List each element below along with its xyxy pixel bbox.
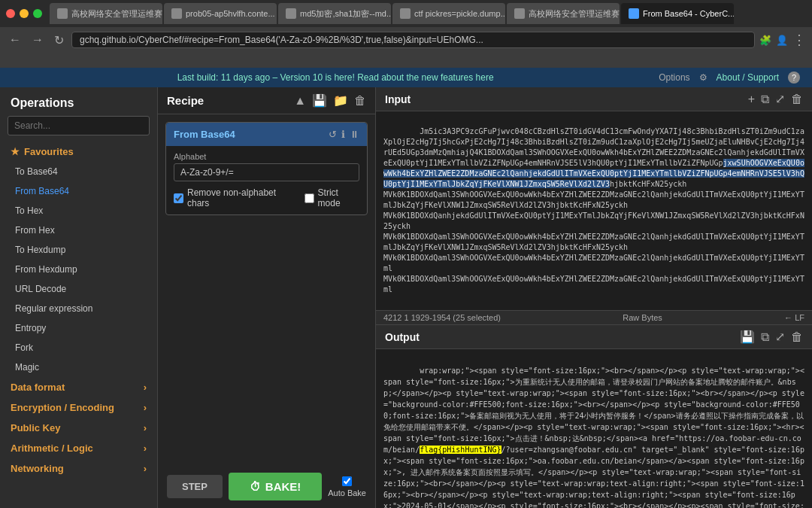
output-save-icon[interactable]: 💾 — [740, 330, 755, 344]
input-panel-header: Input + ⧉ ⤢ 🗑 — [376, 87, 812, 111]
save-recipe-icon[interactable]: 💾 — [312, 93, 327, 108]
sidebar-item-favourites[interactable]: ★ Favourites — [0, 141, 157, 162]
sidebar: Operations ★ Favourites To Base64 From B… — [0, 87, 158, 508]
input-expand-icon[interactable]: ⤢ — [775, 92, 785, 106]
tab-5-label: 高校网络安全管理运维赛 — [529, 8, 620, 20]
input-copy-icon[interactable]: ⧉ — [761, 93, 769, 106]
right-panels: Input + ⧉ ⤢ 🗑 Jm5ic3A3PC9zcGFuPjwvc048cC… — [376, 87, 812, 508]
tab-2-favicon — [171, 8, 182, 19]
tab-1[interactable]: 高校网络安全管理运维赛 × — [50, 3, 162, 24]
output-panel-header: Output 💾 ⧉ ⤢ 🗑 — [376, 325, 812, 349]
back-button[interactable]: ← — [6, 33, 24, 47]
input-add-icon[interactable]: + — [748, 93, 755, 106]
output-panel: Output 💾 ⧉ ⤢ 🗑 wrap:wrap;"><span style="… — [376, 325, 812, 508]
tab-5-favicon — [514, 8, 525, 19]
sidebar-item-to-hex[interactable]: To Hex — [0, 201, 157, 221]
disable-card-icon[interactable]: ↺ — [329, 129, 337, 140]
question-icon: ? — [788, 71, 800, 84]
input-title: Input — [385, 93, 411, 105]
bake-button[interactable]: ⏱ BAKE! — [229, 473, 322, 500]
star-icon: ★ — [11, 146, 20, 157]
profile-icon: 👤 — [776, 35, 788, 46]
sidebar-section-encryption[interactable]: Encryption / Encoding › — [0, 397, 157, 418]
sidebar-section-networking[interactable]: Networking › — [0, 458, 157, 479]
sidebar-item-url-decode[interactable]: URL Decode — [0, 279, 157, 299]
recipe-card-header: From Base64 ↺ ℹ ⏸ — [166, 123, 367, 146]
alphabet-input[interactable] — [174, 163, 359, 181]
main-layout: Operations ★ Favourites To Base64 From B… — [0, 87, 812, 508]
sidebar-item-regex[interactable]: Regular expression — [0, 299, 157, 318]
tab-6-label: From Base64 - CyberC... — [643, 9, 734, 18]
refresh-button[interactable]: ↻ — [51, 33, 67, 47]
sidebar-item-from-hexdump[interactable]: From Hexdump — [0, 260, 157, 279]
tab-3-favicon — [286, 8, 296, 19]
tab-3[interactable]: md5加密,sha1加密--md... × — [278, 3, 391, 24]
output-copy-icon[interactable]: ⧉ — [761, 330, 769, 344]
url-bar[interactable] — [71, 32, 755, 48]
tab-6-favicon — [629, 8, 639, 19]
info-card-icon[interactable]: ℹ — [341, 129, 345, 140]
options-button[interactable]: Options — [659, 72, 689, 83]
input-content[interactable]: Jm5ic3A3PC9zcGFuPjwvc048cCBzdHlsZT0idGV4… — [376, 111, 812, 310]
remove-non-alphabet-check[interactable] — [174, 193, 183, 203]
output-expand-icon[interactable]: ⤢ — [775, 330, 785, 344]
chevron-right-icon-5: › — [144, 463, 147, 474]
tab-1-favicon — [57, 8, 68, 19]
input-panel: Input + ⧉ ⤢ 🗑 Jm5ic3A3PC9zcGFuPjwvc048cC… — [376, 87, 812, 325]
input-clear-icon[interactable]: 🗑 — [791, 93, 803, 106]
favourites-label: Favourites — [24, 146, 74, 157]
strict-mode-checkbox[interactable]: Strict mode — [304, 187, 359, 208]
sidebar-item-from-hex[interactable]: From Hex — [0, 221, 157, 240]
clear-recipe-icon[interactable]: 🗑 — [354, 94, 366, 108]
sidebar-item-to-hexdump[interactable]: To Hexdump — [0, 240, 157, 260]
alphabet-label: Alphabet — [174, 152, 359, 161]
search-input[interactable] — [8, 116, 150, 135]
auto-bake-label: Auto Bake — [328, 488, 366, 497]
tab-5[interactable]: 高校网络安全管理运维赛 × — [507, 3, 620, 24]
auto-bake-container: Auto Bake — [328, 476, 366, 497]
forward-button[interactable]: → — [29, 33, 47, 47]
chevron-up-icon[interactable]: ▲ — [294, 94, 306, 108]
output-content[interactable]: wrap:wrap;"><span style="font-size:16px;… — [376, 349, 812, 508]
sidebar-section-data-format[interactable]: Data format › — [0, 377, 157, 397]
chevron-right-icon-2: › — [144, 402, 147, 413]
sidebar-item-magic[interactable]: Magic — [0, 357, 157, 377]
input-arrow: ← LF — [784, 313, 804, 322]
output-clear-icon[interactable]: 🗑 — [791, 330, 803, 344]
strict-mode-check[interactable] — [304, 193, 314, 203]
maximize-window-btn[interactable] — [33, 9, 42, 18]
sidebar-item-from-base64[interactable]: From Base64 — [0, 181, 157, 201]
tab-4[interactable]: ctf pickres=pickle.dump... × — [392, 3, 505, 24]
minimize-window-btn[interactable] — [20, 9, 29, 18]
tab-4-label: ctf pickres=pickle.dump... — [414, 9, 505, 18]
tab-1-label: 高校网络安全管理运维赛 — [71, 8, 162, 20]
input-format: Raw Bytes — [623, 313, 662, 322]
sidebar-item-fork[interactable]: Fork — [0, 338, 157, 357]
sidebar-section-public-key[interactable]: Public Key › — [0, 418, 157, 438]
notification-bar: Last build: 11 days ago – Version 10 is … — [0, 68, 812, 87]
input-panel-icons: + ⧉ ⤢ 🗑 — [748, 92, 803, 106]
sidebar-item-entropy[interactable]: Entropy — [0, 318, 157, 338]
sidebar-title: Operations — [0, 87, 157, 116]
notif-right: Options ⚙ About / Support ? — [659, 71, 800, 84]
tab-2[interactable]: prob05-ap5hvlfh.conte... × — [164, 3, 277, 24]
recipe-card-icons: ↺ ℹ ⏸ — [329, 129, 359, 140]
remove-non-alphabet-checkbox[interactable]: Remove non-alphabet chars — [174, 187, 292, 208]
pause-card-icon[interactable]: ⏸ — [350, 129, 359, 140]
menu-icon[interactable]: ⋮ — [792, 32, 806, 48]
about-support-link[interactable]: About / Support — [717, 72, 779, 83]
chevron-right-icon-3: › — [144, 422, 147, 433]
load-recipe-icon[interactable]: 📁 — [333, 93, 348, 108]
notification-text: Last build: 11 days ago – Version 10 is … — [12, 72, 659, 83]
from-base64-card: From Base64 ↺ ℹ ⏸ Alphabet Remove non-al… — [165, 122, 368, 215]
output-panel-icons: 💾 ⧉ ⤢ 🗑 — [740, 330, 803, 344]
tab-6[interactable]: From Base64 - CyberC... × — [621, 3, 734, 24]
nav-actions: 🧩 👤 ⋮ — [759, 32, 806, 48]
auto-bake-checkbox[interactable] — [342, 476, 352, 486]
recipe-card-title: From Base64 — [174, 129, 235, 140]
sidebar-item-to-base64[interactable]: To Base64 — [0, 162, 157, 181]
close-window-btn[interactable] — [6, 9, 15, 18]
browser-controls: ← → ↻ 🧩 👤 ⋮ — [0, 27, 812, 53]
sidebar-section-arithmetic[interactable]: Arithmetic / Logic › — [0, 438, 157, 458]
step-button[interactable]: STEP — [167, 475, 223, 498]
